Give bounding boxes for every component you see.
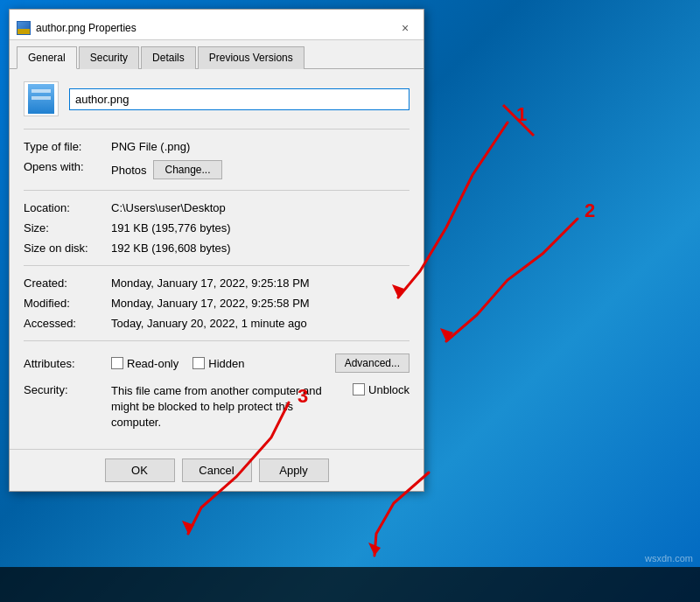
change-button[interactable]: Change... — [153, 160, 221, 179]
opens-with-text: Photos — [111, 164, 146, 177]
prop-sizeondisk-row: Size on disk: 192 KB (196,608 bytes) — [24, 238, 410, 258]
prop-type-row: Type of file: PNG File (.png) — [24, 136, 410, 157]
title-bar-left: author.png Properties — [17, 21, 136, 35]
prop-created-value: Monday, January 17, 2022, 9:25:18 PM — [111, 276, 410, 290]
dialog-title: author.png Properties — [36, 22, 136, 34]
tab-bar: General Security Details Previous Versio… — [10, 40, 424, 69]
prop-type-label: Type of file: — [24, 140, 111, 153]
prop-modified-value: Monday, January 17, 2022, 9:25:58 PM — [111, 297, 410, 310]
security-content: This file came from another computer and… — [111, 383, 410, 431]
attributes-label: Attributes: — [24, 357, 111, 370]
tab-security[interactable]: Security — [79, 46, 139, 69]
prop-opens-row: Opens with: Photos Change... — [24, 157, 410, 183]
prop-size-row: Size: 191 KB (195,776 bytes) — [24, 218, 410, 238]
ok-button[interactable]: OK — [105, 458, 175, 482]
readonly-checkbox[interactable] — [111, 357, 123, 369]
dialog-buttons: OK Cancel Apply — [10, 449, 424, 491]
prop-location-value: C:\Users\user\Desktop — [111, 201, 410, 214]
unblock-checkbox[interactable] — [353, 383, 365, 396]
hidden-checkbox-item[interactable]: Hidden — [192, 357, 244, 370]
prop-accessed-value: Today, January 20, 2022, 1 minute ago — [111, 317, 410, 330]
prop-opens-value: Photos Change... — [111, 160, 410, 179]
attributes-row: Attributes: Read-only Hidden Advanced... — [24, 348, 410, 378]
security-label: Security: — [24, 383, 111, 431]
dialog-content: Type of file: PNG File (.png) Opens with… — [10, 69, 424, 449]
security-text: This file came from another computer and… — [111, 383, 342, 431]
readonly-checkbox-item[interactable]: Read-only — [111, 357, 178, 370]
security-row: Security: This file came from another co… — [24, 378, 410, 437]
tab-details[interactable]: Details — [141, 46, 196, 69]
file-name-input[interactable] — [69, 88, 410, 110]
separator-2 — [24, 190, 410, 191]
file-header — [24, 81, 410, 116]
separator-1 — [24, 129, 410, 130]
prop-type-value: PNG File (.png) — [111, 140, 410, 153]
watermark: wsxdn.com — [645, 553, 693, 564]
prop-opens-label: Opens with: — [24, 160, 111, 179]
file-icon-inner — [28, 84, 54, 114]
prop-sizeondisk-value: 192 KB (196,608 bytes) — [111, 242, 410, 255]
prop-size-value: 191 KB (195,776 bytes) — [111, 221, 410, 234]
separator-3 — [24, 265, 410, 266]
cancel-button[interactable]: Cancel — [182, 458, 252, 482]
properties-dialog: author.png Properties × General Security… — [9, 9, 424, 492]
prop-location-row: Location: C:\Users\user\Desktop — [24, 198, 410, 218]
prop-size-label: Size: — [24, 221, 111, 234]
unblock-label: Unblock — [368, 383, 410, 396]
prop-accessed-label: Accessed: — [24, 317, 111, 330]
advanced-button[interactable]: Advanced... — [335, 354, 410, 373]
tab-general[interactable]: General — [17, 46, 77, 69]
prop-location-label: Location: — [24, 201, 111, 214]
dialog-title-icon — [17, 21, 31, 35]
prop-accessed-row: Accessed: Today, January 20, 2022, 1 min… — [24, 313, 410, 333]
attributes-controls: Read-only Hidden Advanced... — [111, 354, 410, 373]
title-bar: author.png Properties × — [10, 10, 424, 40]
taskbar — [0, 567, 700, 602]
tab-previous-versions[interactable]: Previous Versions — [198, 46, 304, 69]
apply-button[interactable]: Apply — [259, 458, 329, 482]
unblock-item[interactable]: Unblock — [353, 383, 410, 396]
separator-4 — [24, 340, 410, 341]
prop-modified-row: Modified: Monday, January 17, 2022, 9:25… — [24, 293, 410, 313]
prop-modified-label: Modified: — [24, 297, 111, 310]
close-button[interactable]: × — [394, 17, 416, 39]
hidden-checkbox[interactable] — [192, 357, 205, 369]
file-large-icon — [24, 81, 59, 116]
readonly-label: Read-only — [127, 357, 178, 370]
prop-created-row: Created: Monday, January 17, 2022, 9:25:… — [24, 273, 410, 293]
prop-created-label: Created: — [24, 276, 111, 290]
prop-sizeondisk-label: Size on disk: — [24, 242, 111, 255]
hidden-label: Hidden — [208, 357, 244, 370]
